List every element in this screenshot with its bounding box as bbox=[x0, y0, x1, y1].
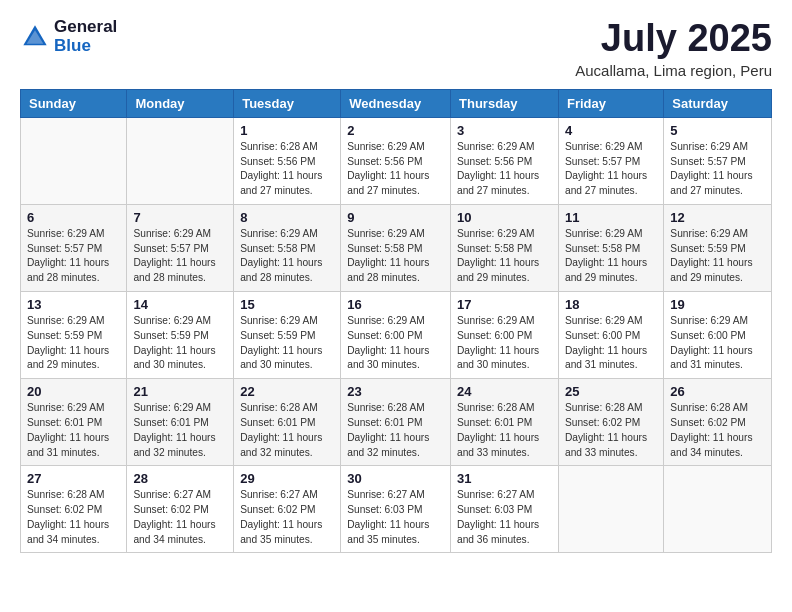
subtitle: Aucallama, Lima region, Peru bbox=[575, 62, 772, 79]
logo-general: General bbox=[54, 18, 117, 37]
day-info: Sunrise: 6:29 AM Sunset: 6:00 PM Dayligh… bbox=[347, 314, 444, 373]
day-info: Sunrise: 6:29 AM Sunset: 6:00 PM Dayligh… bbox=[565, 314, 657, 373]
day-number: 12 bbox=[670, 210, 765, 225]
col-header-friday: Friday bbox=[558, 89, 663, 117]
day-info: Sunrise: 6:29 AM Sunset: 5:59 PM Dayligh… bbox=[240, 314, 334, 373]
day-number: 24 bbox=[457, 384, 552, 399]
col-header-sunday: Sunday bbox=[21, 89, 127, 117]
calendar-cell: 10Sunrise: 6:29 AM Sunset: 5:58 PM Dayli… bbox=[451, 204, 559, 291]
day-info: Sunrise: 6:29 AM Sunset: 5:58 PM Dayligh… bbox=[457, 227, 552, 286]
calendar-cell: 29Sunrise: 6:27 AM Sunset: 6:02 PM Dayli… bbox=[234, 466, 341, 553]
col-header-monday: Monday bbox=[127, 89, 234, 117]
day-number: 3 bbox=[457, 123, 552, 138]
day-info: Sunrise: 6:29 AM Sunset: 5:58 PM Dayligh… bbox=[240, 227, 334, 286]
day-number: 18 bbox=[565, 297, 657, 312]
calendar-cell: 5Sunrise: 6:29 AM Sunset: 5:57 PM Daylig… bbox=[664, 117, 772, 204]
day-info: Sunrise: 6:29 AM Sunset: 5:58 PM Dayligh… bbox=[565, 227, 657, 286]
calendar-week-2: 13Sunrise: 6:29 AM Sunset: 5:59 PM Dayli… bbox=[21, 292, 772, 379]
col-header-wednesday: Wednesday bbox=[341, 89, 451, 117]
calendar-cell: 14Sunrise: 6:29 AM Sunset: 5:59 PM Dayli… bbox=[127, 292, 234, 379]
logo-text: General Blue bbox=[54, 18, 117, 55]
calendar-week-3: 20Sunrise: 6:29 AM Sunset: 6:01 PM Dayli… bbox=[21, 379, 772, 466]
calendar-cell: 19Sunrise: 6:29 AM Sunset: 6:00 PM Dayli… bbox=[664, 292, 772, 379]
day-number: 21 bbox=[133, 384, 227, 399]
calendar-cell: 23Sunrise: 6:28 AM Sunset: 6:01 PM Dayli… bbox=[341, 379, 451, 466]
calendar-table: SundayMondayTuesdayWednesdayThursdayFrid… bbox=[20, 89, 772, 554]
day-info: Sunrise: 6:28 AM Sunset: 6:01 PM Dayligh… bbox=[240, 401, 334, 460]
title-block: July 2025 Aucallama, Lima region, Peru bbox=[575, 18, 772, 79]
day-number: 14 bbox=[133, 297, 227, 312]
day-info: Sunrise: 6:29 AM Sunset: 5:57 PM Dayligh… bbox=[670, 140, 765, 199]
day-number: 10 bbox=[457, 210, 552, 225]
day-info: Sunrise: 6:29 AM Sunset: 5:59 PM Dayligh… bbox=[133, 314, 227, 373]
header: General Blue July 2025 Aucallama, Lima r… bbox=[20, 18, 772, 79]
logo: General Blue bbox=[20, 18, 117, 55]
day-number: 25 bbox=[565, 384, 657, 399]
calendar-cell: 16Sunrise: 6:29 AM Sunset: 6:00 PM Dayli… bbox=[341, 292, 451, 379]
day-number: 5 bbox=[670, 123, 765, 138]
day-info: Sunrise: 6:27 AM Sunset: 6:03 PM Dayligh… bbox=[347, 488, 444, 547]
calendar-cell: 11Sunrise: 6:29 AM Sunset: 5:58 PM Dayli… bbox=[558, 204, 663, 291]
day-info: Sunrise: 6:29 AM Sunset: 6:01 PM Dayligh… bbox=[133, 401, 227, 460]
day-number: 16 bbox=[347, 297, 444, 312]
calendar-cell: 30Sunrise: 6:27 AM Sunset: 6:03 PM Dayli… bbox=[341, 466, 451, 553]
calendar-cell bbox=[558, 466, 663, 553]
calendar-cell: 25Sunrise: 6:28 AM Sunset: 6:02 PM Dayli… bbox=[558, 379, 663, 466]
calendar-cell: 9Sunrise: 6:29 AM Sunset: 5:58 PM Daylig… bbox=[341, 204, 451, 291]
day-info: Sunrise: 6:28 AM Sunset: 5:56 PM Dayligh… bbox=[240, 140, 334, 199]
day-info: Sunrise: 6:29 AM Sunset: 5:59 PM Dayligh… bbox=[27, 314, 120, 373]
day-info: Sunrise: 6:27 AM Sunset: 6:02 PM Dayligh… bbox=[240, 488, 334, 547]
page: General Blue July 2025 Aucallama, Lima r… bbox=[0, 0, 792, 612]
day-number: 1 bbox=[240, 123, 334, 138]
day-number: 20 bbox=[27, 384, 120, 399]
col-header-tuesday: Tuesday bbox=[234, 89, 341, 117]
day-number: 28 bbox=[133, 471, 227, 486]
day-number: 23 bbox=[347, 384, 444, 399]
day-info: Sunrise: 6:29 AM Sunset: 6:00 PM Dayligh… bbox=[457, 314, 552, 373]
day-number: 17 bbox=[457, 297, 552, 312]
calendar-cell: 2Sunrise: 6:29 AM Sunset: 5:56 PM Daylig… bbox=[341, 117, 451, 204]
day-number: 11 bbox=[565, 210, 657, 225]
calendar-cell: 3Sunrise: 6:29 AM Sunset: 5:56 PM Daylig… bbox=[451, 117, 559, 204]
day-info: Sunrise: 6:29 AM Sunset: 5:57 PM Dayligh… bbox=[27, 227, 120, 286]
calendar-cell: 21Sunrise: 6:29 AM Sunset: 6:01 PM Dayli… bbox=[127, 379, 234, 466]
day-info: Sunrise: 6:29 AM Sunset: 5:57 PM Dayligh… bbox=[565, 140, 657, 199]
day-number: 29 bbox=[240, 471, 334, 486]
day-number: 7 bbox=[133, 210, 227, 225]
day-number: 9 bbox=[347, 210, 444, 225]
day-info: Sunrise: 6:29 AM Sunset: 5:59 PM Dayligh… bbox=[670, 227, 765, 286]
calendar-cell bbox=[127, 117, 234, 204]
calendar-cell: 17Sunrise: 6:29 AM Sunset: 6:00 PM Dayli… bbox=[451, 292, 559, 379]
day-info: Sunrise: 6:28 AM Sunset: 6:02 PM Dayligh… bbox=[670, 401, 765, 460]
day-number: 4 bbox=[565, 123, 657, 138]
calendar-cell: 7Sunrise: 6:29 AM Sunset: 5:57 PM Daylig… bbox=[127, 204, 234, 291]
calendar-cell: 24Sunrise: 6:28 AM Sunset: 6:01 PM Dayli… bbox=[451, 379, 559, 466]
col-header-thursday: Thursday bbox=[451, 89, 559, 117]
day-info: Sunrise: 6:28 AM Sunset: 6:02 PM Dayligh… bbox=[27, 488, 120, 547]
col-header-saturday: Saturday bbox=[664, 89, 772, 117]
day-info: Sunrise: 6:29 AM Sunset: 5:58 PM Dayligh… bbox=[347, 227, 444, 286]
calendar-cell: 1Sunrise: 6:28 AM Sunset: 5:56 PM Daylig… bbox=[234, 117, 341, 204]
calendar-cell: 15Sunrise: 6:29 AM Sunset: 5:59 PM Dayli… bbox=[234, 292, 341, 379]
calendar-cell: 27Sunrise: 6:28 AM Sunset: 6:02 PM Dayli… bbox=[21, 466, 127, 553]
day-info: Sunrise: 6:27 AM Sunset: 6:02 PM Dayligh… bbox=[133, 488, 227, 547]
calendar-cell: 13Sunrise: 6:29 AM Sunset: 5:59 PM Dayli… bbox=[21, 292, 127, 379]
calendar-cell: 22Sunrise: 6:28 AM Sunset: 6:01 PM Dayli… bbox=[234, 379, 341, 466]
day-number: 8 bbox=[240, 210, 334, 225]
day-number: 22 bbox=[240, 384, 334, 399]
calendar-cell: 28Sunrise: 6:27 AM Sunset: 6:02 PM Dayli… bbox=[127, 466, 234, 553]
day-info: Sunrise: 6:28 AM Sunset: 6:01 PM Dayligh… bbox=[347, 401, 444, 460]
calendar-week-0: 1Sunrise: 6:28 AM Sunset: 5:56 PM Daylig… bbox=[21, 117, 772, 204]
calendar-cell: 6Sunrise: 6:29 AM Sunset: 5:57 PM Daylig… bbox=[21, 204, 127, 291]
logo-blue: Blue bbox=[54, 37, 117, 56]
calendar-header-row: SundayMondayTuesdayWednesdayThursdayFrid… bbox=[21, 89, 772, 117]
day-number: 15 bbox=[240, 297, 334, 312]
day-number: 26 bbox=[670, 384, 765, 399]
calendar-week-4: 27Sunrise: 6:28 AM Sunset: 6:02 PM Dayli… bbox=[21, 466, 772, 553]
calendar-week-1: 6Sunrise: 6:29 AM Sunset: 5:57 PM Daylig… bbox=[21, 204, 772, 291]
main-title: July 2025 bbox=[575, 18, 772, 60]
day-info: Sunrise: 6:29 AM Sunset: 5:57 PM Dayligh… bbox=[133, 227, 227, 286]
day-number: 2 bbox=[347, 123, 444, 138]
day-number: 31 bbox=[457, 471, 552, 486]
day-info: Sunrise: 6:29 AM Sunset: 6:00 PM Dayligh… bbox=[670, 314, 765, 373]
